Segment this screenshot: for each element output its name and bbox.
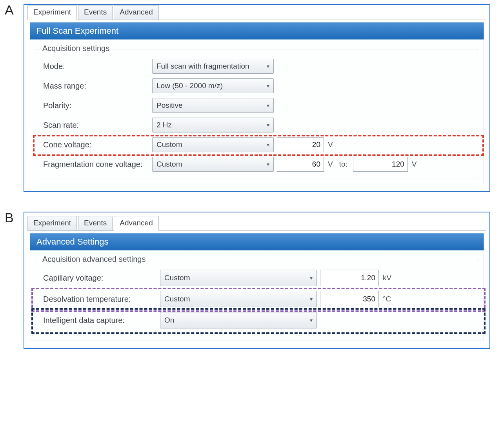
section-advanced: Advanced Settings Acquisition advanced s… <box>30 233 484 341</box>
input-frag-to[interactable] <box>353 157 408 172</box>
tab-events-b[interactable]: Events <box>78 216 113 230</box>
chevron-down-icon: ▾ <box>310 275 313 281</box>
tab-advanced[interactable]: Advanced <box>114 5 159 20</box>
select-capillary-value: Custom <box>164 274 190 282</box>
select-idc-value: On <box>164 316 174 325</box>
select-scan-rate-value: 2 Hz <box>156 121 172 129</box>
label-frag-cone-voltage: Fragmentation cone voltage: <box>43 160 149 169</box>
label-mode: Mode: <box>43 62 149 71</box>
label-desolvation-temp: Desolvation temperature: <box>43 295 157 304</box>
section-body-advanced: Acquisition advanced settings Capillary … <box>30 250 484 341</box>
row-mass-range: Mass range: Low (50 - 2000 m/z) ▾ <box>43 76 472 96</box>
row-capillary-voltage: Capillary voltage: Custom ▾ kV <box>43 267 472 288</box>
select-mass-range[interactable]: Low (50 - 2000 m/z) ▾ <box>152 78 274 93</box>
chevron-down-icon: ▾ <box>267 83 269 89</box>
panel-b-frame: Experiment Events Advanced Advanced Sett… <box>24 212 490 349</box>
section-fullscan: Full Scan Experiment Acquisition setting… <box>30 22 484 184</box>
group-legend-acquisition: Acquisition settings <box>40 44 112 53</box>
row-intelligent-data-capture: Intelligent data capture: On ▾ <box>43 310 472 331</box>
group-acquisition: Acquisition settings Mode: Full scan wit… <box>36 49 478 178</box>
figure-label-a: A <box>5 2 14 18</box>
select-desolv-value: Custom <box>164 295 190 303</box>
select-mode[interactable]: Full scan with fragmentation ▾ <box>152 59 274 74</box>
panel-a-frame: Experiment Events Advanced Full Scan Exp… <box>24 4 490 192</box>
select-polarity[interactable]: Positive ▾ <box>152 98 274 113</box>
select-desolvation-temp[interactable]: Custom ▾ <box>160 291 317 307</box>
chevron-down-icon: ▾ <box>267 122 269 128</box>
select-idc[interactable]: On ▾ <box>160 312 317 328</box>
section-header-fullscan: Full Scan Experiment <box>30 22 484 40</box>
unit-cone-voltage: V <box>328 140 333 149</box>
select-scan-rate[interactable]: 2 Hz ▾ <box>152 118 274 132</box>
group-acq-advanced: Acquisition advanced settings Capillary … <box>36 260 478 335</box>
label-polarity: Polarity: <box>43 101 149 110</box>
input-desolvation-temp[interactable] <box>320 291 379 307</box>
select-cone-voltage[interactable]: Custom ▾ <box>152 137 274 152</box>
select-mass-range-value: Low (50 - 2000 m/z) <box>156 82 223 90</box>
tab-events[interactable]: Events <box>78 5 113 20</box>
select-polarity-value: Positive <box>156 101 183 110</box>
row-scan-rate: Scan rate: 2 Hz ▾ <box>43 115 472 135</box>
select-capillary-voltage[interactable]: Custom ▾ <box>160 270 317 286</box>
select-frag-cone-voltage[interactable]: Custom ▾ <box>152 157 274 172</box>
select-frag-cone-value: Custom <box>156 160 182 169</box>
select-mode-value: Full scan with fragmentation <box>156 62 249 71</box>
section-body-fullscan: Acquisition settings Mode: Full scan wit… <box>30 40 484 184</box>
label-cone-voltage: Cone voltage: <box>43 140 149 149</box>
row-cone-voltage: Cone voltage: Custom ▾ V <box>43 135 472 154</box>
group-legend-acq-advanced: Acquisition advanced settings <box>40 255 148 264</box>
unit-desolvation-temp: °C <box>383 295 391 303</box>
chevron-down-icon: ▾ <box>267 161 269 167</box>
input-frag-from[interactable] <box>277 157 324 172</box>
figure-a: A Experiment Events Advanced Full Scan E… <box>0 0 502 204</box>
select-cone-voltage-value: Custom <box>156 140 182 149</box>
unit-frag-to: V <box>412 160 417 169</box>
chevron-down-icon: ▾ <box>310 296 313 302</box>
tab-advanced-b[interactable]: Advanced <box>114 216 159 231</box>
chevron-down-icon: ▾ <box>310 317 313 323</box>
row-mode: Mode: Full scan with fragmentation ▾ <box>43 56 472 76</box>
input-capillary-voltage[interactable] <box>320 270 379 286</box>
input-cone-voltage[interactable] <box>277 137 324 152</box>
tabs-a: Experiment Events Advanced <box>27 5 486 20</box>
label-capillary-voltage: Capillary voltage: <box>43 274 157 283</box>
label-idc: Intelligent data capture: <box>43 316 157 325</box>
tabs-b: Experiment Events Advanced <box>27 216 486 231</box>
figure-b: B Experiment Events Advanced Advanced Se… <box>0 208 502 361</box>
chevron-down-icon: ▾ <box>267 102 269 109</box>
chevron-down-icon: ▾ <box>267 63 269 69</box>
unit-frag-from: V <box>328 160 333 169</box>
row-polarity: Polarity: Positive ▾ <box>43 96 472 115</box>
figure-label-b: B <box>5 210 14 225</box>
label-scan-rate: Scan rate: <box>43 121 149 130</box>
tab-experiment-b[interactable]: Experiment <box>27 216 77 230</box>
label-mass-range: Mass range: <box>43 82 149 91</box>
section-header-advanced: Advanced Settings <box>30 233 484 250</box>
row-frag-cone-voltage: Fragmentation cone voltage: Custom ▾ V t… <box>43 154 472 174</box>
row-desolvation-temp: Desolvation temperature: Custom ▾ °C <box>43 288 472 310</box>
tab-experiment[interactable]: Experiment <box>27 5 77 20</box>
unit-capillary-voltage: kV <box>383 274 391 282</box>
label-frag-to: to: <box>339 160 347 169</box>
chevron-down-icon: ▾ <box>267 141 269 148</box>
